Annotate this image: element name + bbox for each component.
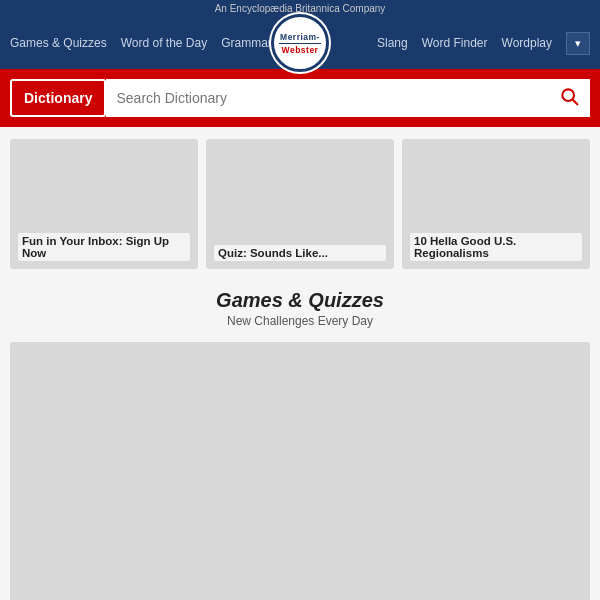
card-regional-label: 10 Hella Good U.S. Regionalisms [410, 233, 582, 261]
logo-text-bottom: Webster [282, 45, 319, 55]
card-inbox-label: Fun in Your Inbox: Sign Up Now [18, 233, 190, 261]
nav-link-grammar[interactable]: Grammar [221, 36, 272, 50]
nav-link-wordfinder[interactable]: Word Finder [422, 36, 488, 50]
bottom-card [10, 342, 590, 600]
navbar: Games & Quizzes Word of the Day Grammar … [0, 17, 600, 69]
nav-link-slang[interactable]: Slang [377, 36, 408, 50]
logo[interactable]: Merriam- Webster [271, 14, 329, 72]
svg-line-1 [573, 99, 578, 104]
card-quiz[interactable]: Quiz: Sounds Like... [206, 139, 394, 269]
nav-left-links: Games & Quizzes Word of the Day Grammar [10, 36, 300, 50]
card-regional[interactable]: 10 Hella Good U.S. Regionalisms [402, 139, 590, 269]
dropdown-button[interactable]: ▾ [566, 32, 590, 55]
nav-right-links: Slang Word Finder Wordplay ▾ [300, 32, 590, 55]
games-title: Games & Quizzes [0, 289, 600, 312]
logo-text-top: Merriam- [280, 32, 320, 42]
search-input[interactable] [106, 79, 548, 117]
nav-link-wordplay[interactable]: Wordplay [502, 36, 552, 50]
dictionary-badge[interactable]: Dictionary [10, 79, 106, 117]
card-quiz-label: Quiz: Sounds Like... [214, 245, 386, 261]
dropdown-arrow-icon: ▾ [575, 37, 581, 50]
logo-divider [279, 43, 321, 44]
search-bar: Dictionary [0, 69, 600, 127]
nav-link-wotd[interactable]: Word of the Day [121, 36, 207, 50]
search-icon [559, 86, 579, 111]
games-section: Games & Quizzes New Challenges Every Day [0, 281, 600, 334]
games-subtitle: New Challenges Every Day [0, 314, 600, 328]
card-inbox[interactable]: Fun in Your Inbox: Sign Up Now [10, 139, 198, 269]
nav-link-games[interactable]: Games & Quizzes [10, 36, 107, 50]
cards-section: Fun in Your Inbox: Sign Up Now Quiz: Sou… [0, 127, 600, 281]
search-button[interactable] [548, 79, 590, 117]
top-bar-label: An Encyclopædia Britannica Company [215, 3, 386, 14]
